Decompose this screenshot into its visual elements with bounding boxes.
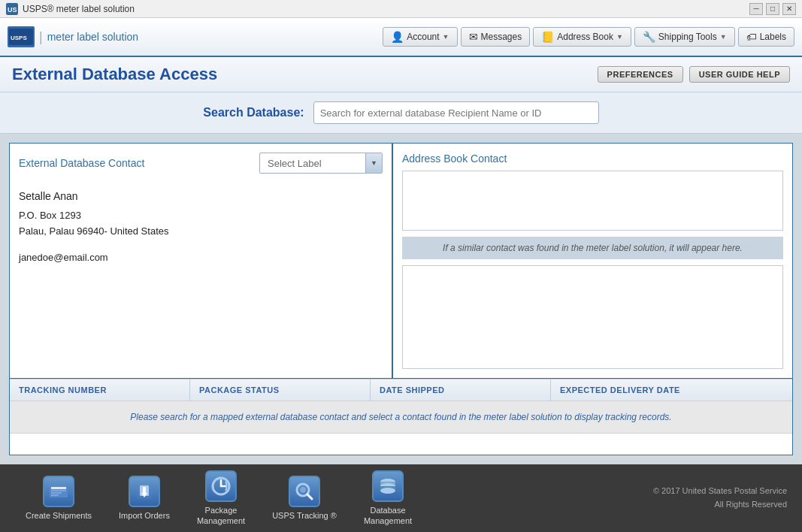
svg-text:USPS: USPS — [11, 35, 27, 41]
create-shipments-label: Create Shipments — [26, 510, 92, 521]
left-panel-title: External Database Contact — [19, 157, 144, 169]
svg-rect-5 — [51, 487, 66, 489]
col-tracking: TRACKING NUMBER — [10, 379, 190, 401]
contact-address: P.O. Box 1293 Palau, Palau 96940- United… — [19, 208, 383, 240]
account-label: Account — [407, 32, 439, 42]
footer-database-management[interactable]: DatabaseManagement — [353, 466, 422, 531]
table-header: TRACKING NUMBER PACKAGE STATUS DATE SHIP… — [10, 379, 792, 401]
messages-label: Messages — [481, 32, 522, 42]
user-guide-button[interactable]: USER GUIDE HELP — [689, 66, 790, 83]
address-book-label: Address Book — [557, 32, 613, 42]
close-button[interactable]: ✕ — [782, 3, 796, 15]
footer: Create Shipments Import Orders — [0, 464, 802, 532]
shipping-tools-label: Shipping Tools — [658, 32, 717, 42]
import-orders-label: Import Orders — [119, 510, 170, 521]
svg-rect-12 — [143, 487, 146, 494]
footer-import-orders[interactable]: Import Orders — [108, 471, 180, 525]
messages-icon: ✉ — [469, 31, 478, 43]
svg-point-16 — [300, 487, 306, 493]
create-shipments-icon — [43, 476, 74, 507]
package-management-label: PackageManagement — [197, 505, 245, 527]
minimize-button[interactable]: ─ — [749, 3, 763, 15]
page-header: External Database Access PREFERENCES USE… — [0, 57, 802, 92]
table-section: TRACKING NUMBER PACKAGE STATUS DATE SHIP… — [10, 379, 792, 455]
account-chevron-icon: ▼ — [443, 33, 449, 41]
page-title: External Database Access — [12, 65, 217, 84]
col-date-shipped: DATE SHIPPED — [371, 379, 551, 401]
table-notice-row: Please search for a mapped external data… — [10, 401, 792, 434]
footer-create-shipments[interactable]: Create Shipments — [15, 471, 102, 525]
usps-tracking-icon — [289, 476, 320, 507]
right-panel: Address Book Contact If a similar contac… — [393, 144, 792, 378]
import-orders-icon — [129, 476, 160, 507]
footer-nav: Create Shipments Import Orders — [15, 466, 422, 531]
svg-text:US: US — [8, 6, 17, 14]
col-delivery: EXPECTED DELIVERY DATE — [551, 379, 792, 401]
left-panel: External Database Contact Select Label ▼… — [10, 144, 393, 378]
app-icon: US — [6, 3, 18, 15]
address-book-button[interactable]: 📒 Address Book ▼ — [533, 27, 631, 47]
labels-label: Labels — [760, 32, 786, 42]
main-panel: External Database Contact Select Label ▼… — [9, 143, 793, 455]
footer-copyright: © 2017 United States Postal Service All … — [653, 485, 787, 511]
labels-button[interactable]: 🏷 Labels — [738, 27, 794, 47]
copyright-line2: All Rights Reserved — [653, 498, 787, 512]
shipping-tools-icon: 🔧 — [643, 31, 655, 43]
logo-separator: | — [39, 29, 43, 45]
address-book-upper — [402, 171, 783, 231]
contact-email: janedoe@email.com — [19, 252, 383, 263]
usps-eagle-icon: USPS — [8, 26, 35, 47]
usps-tracking-label: USPS Tracking ® — [272, 510, 337, 521]
main-content: External Database Contact Select Label ▼… — [0, 134, 802, 464]
package-management-icon — [205, 470, 237, 502]
labels-icon: 🏷 — [746, 31, 757, 43]
address-book-lower — [402, 265, 783, 369]
right-panel-title: Address Book Contact — [402, 153, 783, 165]
shipping-tools-button[interactable]: 🔧 Shipping Tools ▼ — [634, 27, 735, 47]
col-status: PACKAGE STATUS — [190, 379, 371, 401]
account-button[interactable]: 👤 Account ▼ — [383, 27, 457, 47]
window-title: USPS® meter label solution — [23, 4, 135, 14]
nav-bar: USPS | meter label solution 👤 Account ▼ … — [0, 18, 802, 57]
search-input[interactable] — [313, 101, 599, 124]
search-bar: Search Database: — [0, 92, 802, 134]
address-book-chevron-icon: ▼ — [616, 33, 623, 41]
header-buttons: PREFERENCES USER GUIDE HELP — [598, 66, 790, 83]
address-line1: P.O. Box 1293 — [19, 208, 383, 224]
address-line2: Palau, Palau 96940- United States — [19, 224, 383, 240]
footer-package-management[interactable]: PackageManagement — [186, 466, 256, 531]
panels-row: External Database Contact Select Label ▼… — [10, 144, 792, 379]
shipping-tools-chevron-icon: ▼ — [720, 33, 727, 41]
title-bar-controls: ─ □ ✕ — [749, 3, 796, 15]
table-empty-row — [10, 434, 792, 455]
database-management-icon — [372, 470, 404, 502]
select-label-chevron-icon[interactable]: ▼ — [365, 153, 382, 173]
footer-usps-tracking[interactable]: USPS Tracking ® — [262, 471, 347, 525]
database-management-label: DatabaseManagement — [364, 505, 412, 527]
select-label-dropdown[interactable]: Select Label ▼ — [259, 153, 383, 174]
usps-logo: USPS | meter label solution — [8, 26, 138, 47]
account-icon: 👤 — [391, 31, 404, 43]
title-bar-left: US USPS® meter label solution — [6, 3, 135, 15]
title-bar: US USPS® meter label solution ─ □ ✕ — [0, 0, 802, 18]
maximize-button[interactable]: □ — [766, 3, 779, 15]
select-label-text: Select Label — [260, 156, 365, 171]
search-label: Search Database: — [203, 106, 304, 119]
preferences-button[interactable]: PREFERENCES — [598, 66, 683, 83]
svg-line-15 — [307, 494, 312, 499]
app-name-label: meter label solution — [47, 31, 138, 43]
table-notice-text: Please search for a mapped external data… — [19, 412, 783, 422]
left-panel-header: External Database Contact Select Label ▼ — [19, 153, 383, 174]
contact-name: Setalle Anan — [19, 190, 383, 202]
address-book-icon: 📒 — [541, 31, 554, 43]
address-book-notice: If a similar contact was found in the me… — [402, 237, 783, 259]
copyright-line1: © 2017 United States Postal Service — [653, 485, 787, 498]
svg-point-21 — [380, 488, 395, 494]
messages-button[interactable]: ✉ Messages — [461, 27, 531, 47]
